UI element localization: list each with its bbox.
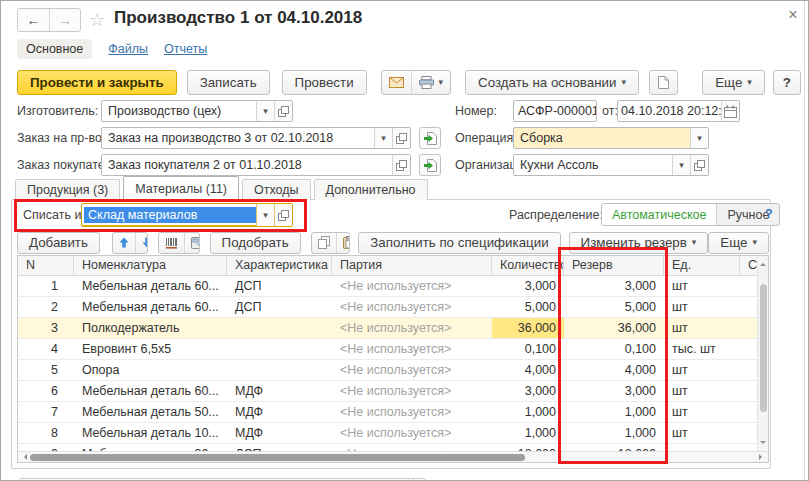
cell-unit: шт: [664, 381, 740, 401]
tab-additional[interactable]: Дополнительно: [314, 179, 428, 200]
arrow-down-icon[interactable]: [135, 233, 149, 253]
pick-items-button[interactable]: Подобрать: [210, 232, 301, 254]
vertical-scrollbar[interactable]: [757, 256, 768, 451]
date-value: 04.10.2018 20:12:46: [618, 104, 721, 118]
column-header[interactable]: Номенклатура: [74, 256, 227, 275]
open-field-icon[interactable]: [274, 101, 292, 121]
post-button[interactable]: Провести: [282, 70, 367, 95]
writeoff-warehouse-field[interactable]: Склад материалов ▾: [81, 203, 293, 227]
table-row[interactable]: 7 Мебельная деталь 50... МДФ <Не использ…: [18, 402, 768, 423]
column-header[interactable]: Характеристика: [227, 256, 332, 275]
copy-icon[interactable]: [312, 233, 336, 253]
cell-unit: шт: [664, 276, 740, 296]
table-row[interactable]: 3 Полкодержатель <Не используется> 36,00…: [18, 318, 768, 339]
change-reserve-button[interactable]: Изменить резерв ▾: [569, 232, 709, 254]
document-icon-button[interactable]: [649, 70, 678, 95]
print-icon[interactable]: ▾: [411, 71, 451, 94]
chevron-down-icon[interactable]: ▾: [256, 101, 274, 121]
cell-batch: <Не используется>: [332, 402, 492, 422]
scroll-left-icon[interactable]: [21, 454, 27, 460]
table-row[interactable]: 5 Опора <Не используется> 4,000 4,000 шт: [18, 360, 768, 381]
favorite-star-icon[interactable]: ☆: [89, 9, 105, 31]
chevron-down-icon: ▾: [692, 238, 697, 247]
horizontal-scrollbar[interactable]: [18, 451, 768, 462]
cell-nomenclature: Полкодержатель: [74, 318, 227, 338]
number-field[interactable]: АСФР-000001: [513, 100, 597, 122]
nav-tabs: Основное Файлы Отчеты: [17, 38, 207, 60]
cell-characteristic: [227, 318, 332, 338]
open-field-icon[interactable]: [392, 155, 410, 175]
create-based-on-button[interactable]: Создать на основании ▾: [465, 70, 639, 95]
close-icon[interactable]: ×: [784, 6, 802, 24]
table-row[interactable]: 1 Мебельная деталь 60... ДСП <Не использ…: [18, 276, 768, 297]
cell-batch: <Не используется>: [332, 444, 492, 451]
customer-order-field[interactable]: Заказ покупателя 2 от 01.10.2018: [101, 154, 411, 176]
back-arrow-icon[interactable]: ←: [18, 9, 49, 31]
table-row[interactable]: 9 Мебельная деталь 30... ДСП <Не использ…: [18, 444, 768, 451]
cell-line-number: 7: [18, 402, 74, 422]
nav-tab-files[interactable]: Файлы: [108, 42, 148, 56]
nav-tab-reports[interactable]: Отчеты: [164, 42, 207, 56]
add-row-button[interactable]: Добавить: [17, 232, 100, 254]
save-button[interactable]: Записать: [187, 70, 270, 95]
table-row[interactable]: 6 Мебельная деталь 60... МДФ <Не использ…: [18, 381, 768, 402]
table-row[interactable]: 2 Мебельная деталь 60... ДСП <Не использ…: [18, 297, 768, 318]
table-more-button[interactable]: Еще ▾: [708, 232, 769, 254]
column-header[interactable]: N: [18, 256, 74, 275]
paste-icon[interactable]: [336, 233, 351, 253]
chevron-down-icon[interactable]: ▾: [672, 155, 690, 175]
cell-line-number: 2: [18, 297, 74, 317]
organization-field[interactable]: Кухни Ассоль ▾: [513, 154, 709, 176]
prod-order-label: Заказ на пр-во:: [17, 131, 105, 145]
customer-order-value: Заказ покупателя 2 от 01.10.2018: [102, 158, 392, 172]
column-header[interactable]: Партия: [332, 256, 492, 275]
distribution-auto-option[interactable]: Автоматическое: [602, 204, 717, 225]
scroll-right-icon[interactable]: [759, 454, 765, 460]
barcode-scan-icon[interactable]: [159, 233, 184, 253]
scroll-down-icon[interactable]: [760, 441, 766, 447]
chevron-down-icon[interactable]: ▾: [374, 128, 392, 148]
open-linked-doc-button[interactable]: [419, 127, 441, 149]
chevron-down-icon[interactable]: ▾: [690, 128, 708, 148]
calendar-icon[interactable]: [721, 101, 739, 121]
operation-field[interactable]: Сборка ▾: [513, 127, 709, 149]
arrow-up-icon[interactable]: [113, 233, 135, 253]
open-field-icon[interactable]: [392, 128, 410, 148]
cell-unit: шт: [664, 318, 740, 338]
cell-quantity: 1,000: [492, 423, 564, 443]
help-button[interactable]: ?: [773, 70, 801, 95]
table-row[interactable]: 8 Мебельная деталь 10... МДФ <Не использ…: [18, 423, 768, 444]
column-header[interactable]: Резерв: [564, 256, 664, 275]
column-header[interactable]: Ед.: [664, 256, 740, 275]
organization-value: Кухни Ассоль: [514, 158, 672, 172]
number-value: АСФР-000001: [514, 104, 596, 118]
chevron-down-icon[interactable]: ▾: [256, 204, 274, 226]
envelope-icon[interactable]: [382, 71, 411, 94]
materials-table: N Номенклатура Характеристика Партия Кол…: [17, 255, 769, 463]
table-row[interactable]: 4 Евровинт 6,5х5 <Не используется> 0,100…: [18, 339, 768, 360]
tab-waste[interactable]: Отходы: [242, 179, 311, 200]
tab-materials[interactable]: Материалы (11): [123, 176, 239, 200]
change-reserve-label: Изменить резерв: [581, 235, 687, 250]
prod-order-field[interactable]: Заказ на производство 3 от 02.10.2018 ▾: [101, 127, 411, 149]
vertical-scroll-thumb[interactable]: [760, 284, 767, 412]
open-field-icon[interactable]: [690, 155, 708, 175]
scroll-up-icon[interactable]: [760, 260, 766, 266]
date-field[interactable]: 04.10.2018 20:12:46: [617, 100, 740, 122]
distribution-help-icon[interactable]: ?: [765, 207, 773, 221]
open-field-icon[interactable]: [274, 204, 292, 226]
forward-arrow-icon[interactable]: →: [49, 9, 80, 31]
manufacturer-field[interactable]: Производство (цех) ▾: [101, 100, 293, 122]
more-button[interactable]: Еще ▾: [702, 70, 765, 95]
fill-by-spec-button[interactable]: Заполнить по спецификации: [358, 232, 560, 254]
tab-production[interactable]: Продукция (3): [15, 179, 120, 200]
column-header[interactable]: Количество: [492, 256, 564, 275]
nav-tab-main[interactable]: Основное: [17, 39, 92, 59]
data-terminal-icon[interactable]: [184, 233, 199, 253]
open-linked-doc-button[interactable]: [419, 154, 441, 176]
horizontal-scroll-thumb[interactable]: [30, 454, 525, 461]
post-and-close-button[interactable]: Провести и закрыть: [17, 70, 177, 95]
cell-reserve: 3,000: [564, 276, 664, 296]
prod-order-value: Заказ на производство 3 от 02.10.2018: [102, 131, 374, 145]
cell-nomenclature: Мебельная деталь 50...: [74, 402, 227, 422]
